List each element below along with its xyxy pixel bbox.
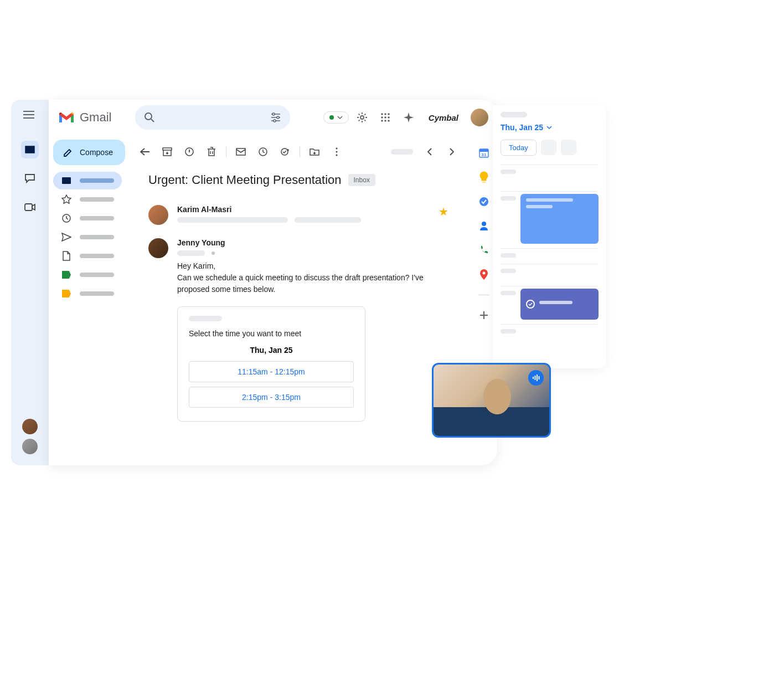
svg-rect-17 [163,148,172,150]
more-icon[interactable] [327,142,347,162]
sidebar-sent[interactable] [53,228,122,246]
svg-rect-15 [62,177,71,184]
svg-rect-33 [537,374,538,381]
today-button[interactable]: Today [501,140,537,156]
rail-mail-icon[interactable] [21,141,39,158]
spam-icon[interactable] [179,142,199,162]
email-item-collapsed[interactable]: Karim Al-Masri ★ [148,198,448,232]
svg-point-5 [360,116,364,119]
svg-rect-19 [236,148,245,155]
rail-meet-icon[interactable] [21,198,39,216]
back-icon[interactable] [135,142,155,162]
sidebar-label-yellow[interactable] [53,285,122,302]
settings-icon[interactable] [352,107,372,127]
svg-point-28 [479,197,488,206]
time-option-2[interactable]: 2:15pm - 3:15pm [189,387,354,408]
sidebar-snoozed[interactable] [53,209,122,227]
tasks-addon-icon[interactable] [477,195,491,208]
cal-prev-button[interactable] [541,140,556,155]
archive-icon[interactable] [157,142,177,162]
delete-icon[interactable] [202,142,221,162]
time-label [501,291,516,295]
svg-point-8 [388,113,390,115]
voice-addon-icon[interactable] [477,244,491,257]
video-call-pip[interactable] [432,363,551,438]
sender-avatar-jenny [148,238,168,258]
meta-placeholder [177,250,205,256]
gmail-logo[interactable]: Gmail [58,110,131,125]
snooze-icon[interactable] [253,142,273,162]
card-date: Thu, Jan 25 [189,346,354,355]
chat-avatar-2[interactable] [22,439,38,454]
meta-dot [212,252,215,255]
sender-name: Jenny Young [177,238,448,247]
app-rail [11,100,49,465]
clock-icon [61,213,72,224]
mark-unread-icon[interactable] [231,142,251,162]
cal-header-placeholder [501,112,527,117]
maps-addon-icon[interactable] [477,268,491,281]
nav-label-placeholder [80,291,114,296]
email-thread: Urgent: Client Meeting Presentation Inbo… [126,168,471,439]
chat-avatar-1[interactable] [22,419,38,434]
file-icon [61,250,72,261]
folder-badge[interactable]: Inbox [348,174,375,186]
calendar-panel: Thu, Jan 25 Today [493,105,606,368]
cal-date-picker[interactable]: Thu, Jan 25 [501,123,599,132]
svg-point-6 [381,113,383,115]
next-icon[interactable] [442,142,462,162]
sidebar-drafts[interactable] [53,247,122,265]
calendar-event-purple[interactable] [520,289,599,320]
check-icon [526,300,535,309]
starred-icon[interactable]: ★ [439,205,448,225]
cal-next-button[interactable] [561,140,576,155]
time-label [501,170,516,174]
sidebar: Compose [49,135,126,465]
move-to-icon[interactable] [305,142,324,162]
svg-rect-34 [539,376,540,379]
send-icon [61,232,72,243]
main-content: Urgent: Client Meeting Presentation Inbo… [126,135,471,465]
sidebar-starred[interactable] [53,191,122,208]
nav-label-placeholder [80,178,114,183]
profile-avatar[interactable] [471,109,488,126]
meeting-proposal-card: Select the time you want to meet Thu, Ja… [177,306,365,422]
gmail-m-icon [58,111,75,124]
tune-icon[interactable] [270,112,281,122]
snippet-placeholder [177,217,288,223]
calendar-event-blue[interactable] [520,194,599,244]
keep-addon-icon[interactable] [477,171,491,184]
snippet-placeholder [295,217,361,223]
time-option-1[interactable]: 11:15am - 12:15pm [189,361,354,382]
status-pill[interactable] [323,111,349,124]
contacts-addon-icon[interactable] [477,219,491,233]
prev-icon[interactable] [420,142,440,162]
card-header-placeholder [189,316,222,321]
svg-point-2 [272,113,275,115]
email-toolbar [126,135,471,168]
svg-rect-26 [479,149,488,152]
audio-active-icon [528,370,544,386]
add-task-icon[interactable] [275,142,295,162]
menu-icon[interactable] [23,111,37,124]
svg-point-22 [336,148,338,150]
calendar-addon-icon[interactable]: 31 [477,146,491,160]
time-label [501,253,516,258]
rail-chat-icon[interactable] [21,170,39,187]
email-greeting: Hey Karim, [177,260,448,272]
compose-button[interactable]: Compose [53,140,125,165]
sidebar-inbox[interactable] [53,172,122,189]
time-label [501,329,516,333]
email-body: Can we schedule a quick meeting to discu… [177,272,448,295]
svg-rect-32 [535,376,536,380]
sidebar-label-green[interactable] [53,266,122,284]
apps-grid-icon[interactable] [375,107,395,127]
svg-point-24 [336,155,338,156]
add-addon-icon[interactable] [477,309,491,322]
svg-point-9 [381,116,383,119]
svg-point-13 [384,120,386,122]
search-bar[interactable] [135,105,290,130]
svg-point-14 [388,120,390,122]
email-subject: Urgent: Client Meeting Presentation [148,173,342,187]
gemini-spark-icon[interactable] [399,107,419,127]
